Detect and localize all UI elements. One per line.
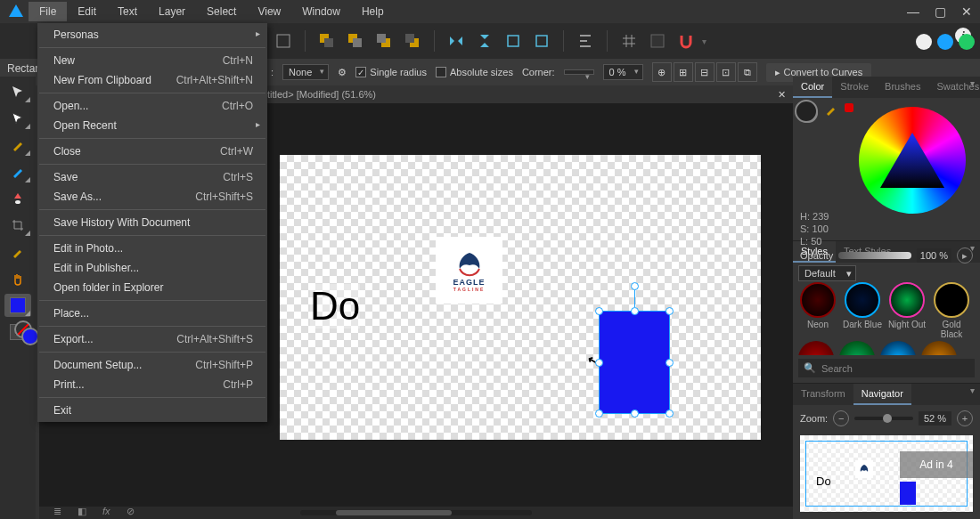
file-menu-item[interactable]: Personas [37,25,267,45]
file-menu-item[interactable]: New From ClipboardCtrl+Alt+Shift+N [37,70,267,90]
resize-handle[interactable] [666,307,674,315]
snap-opts-icon[interactable] [645,28,670,53]
menu-view[interactable]: View [247,2,291,21]
file-menu-item[interactable]: Place... [37,304,267,323]
file-menu-item[interactable]: Edit in Photo... [37,239,267,258]
file-menu-item[interactable]: Open Recent [37,116,267,135]
menu-help[interactable]: Help [351,2,395,21]
chain-icon[interactable]: ⊘ [127,506,135,517]
align-icon[interactable] [573,28,598,53]
snapshot-icon[interactable]: ◧ [78,506,86,517]
hand-tool[interactable] [4,267,31,290]
color-swatch-pair[interactable] [14,320,32,338]
menu-text[interactable]: Text [107,2,148,21]
menu-select[interactable]: Select [196,2,247,21]
file-menu-item[interactable]: Exit [37,401,267,420]
navigator-preview[interactable]: Do Ad in 4 [800,435,973,512]
node-tool[interactable] [4,107,31,130]
resize-handle[interactable] [595,307,603,315]
snap-magnet-icon[interactable] [674,28,698,53]
fill-tool[interactable] [4,187,31,210]
resize-handle[interactable] [595,410,603,418]
zoom-slider[interactable] [854,417,913,420]
rectangle-tool[interactable] [4,294,31,317]
tab-navigator[interactable]: Navigator [853,384,911,405]
resize-handle[interactable] [666,410,674,418]
grid-icon[interactable] [617,28,641,53]
resize-handle[interactable] [666,359,674,367]
eyedropper-icon[interactable] [825,103,837,116]
fill-dropdown[interactable]: None [282,64,329,80]
zoom-in-button[interactable]: + [957,410,973,426]
align-btn-5[interactable]: ⧉ [738,62,757,82]
flip-h-icon[interactable] [444,28,469,53]
move-tool[interactable] [4,80,31,103]
align-btn-2[interactable]: ⊞ [674,62,693,82]
maximize-button[interactable]: ▢ [927,0,953,23]
close-button[interactable]: ✕ [953,0,980,23]
artboard-icon[interactable] [271,28,296,53]
file-menu-item[interactable]: CloseCtrl+W [37,142,267,161]
rotate-cw-icon[interactable] [529,28,554,53]
menu-layer[interactable]: Layer [148,2,196,21]
align-btn-4[interactable]: ⊡ [716,62,736,82]
persona-pixel[interactable] [937,34,953,50]
corner-pct-dropdown[interactable]: 0 % [603,64,643,80]
single-radius-checkbox[interactable]: ✓Single radius [355,67,427,77]
style-goldblack[interactable]: Gold Black [932,282,971,339]
tab-close-icon[interactable]: ✕ [778,89,786,101]
gear-icon[interactable]: ⚙ [338,67,347,78]
resize-handle[interactable] [631,410,639,418]
absolute-sizes-checkbox[interactable]: Absolute sizes [436,67,513,77]
tab-brushes[interactable]: Brushes [877,77,928,98]
eyedropper-tool[interactable] [4,240,31,264]
file-menu-item[interactable]: NewCtrl+N [37,51,267,70]
persona-export[interactable] [959,34,975,50]
persona-designer[interactable] [916,34,932,50]
opacity-slider[interactable] [838,252,911,259]
menu-window[interactable]: Window [291,2,351,21]
zoom-value[interactable]: 52 % [919,411,951,426]
fx-icon[interactable]: fx [102,506,110,517]
tab-stroke[interactable]: Stroke [832,77,877,98]
resize-handle[interactable] [631,307,639,315]
style-darkblue[interactable]: Dark Blue [843,282,882,339]
artboard[interactable]: Do EAGLE TAGLINE ↖ [280,155,761,440]
style-nightout[interactable]: Night Out [887,282,927,339]
zoom-out-button[interactable]: − [833,410,849,426]
layers-icon[interactable]: ≣ [53,506,61,517]
tab-color[interactable]: Color [793,77,832,98]
opacity-value[interactable]: 100 % [917,248,951,263]
file-menu-item[interactable]: Document Setup...Ctrl+Shift+P [37,355,267,375]
canvas-text[interactable]: Do [310,284,360,328]
arrange-backward-icon[interactable] [343,28,368,53]
styles-preset-dropdown[interactable]: Default▾ [798,265,856,281]
menu-file[interactable]: File [29,2,67,21]
file-menu-item[interactable]: Open...Ctrl+O [37,96,267,116]
crop-tool[interactable] [4,214,31,237]
flip-v-icon[interactable] [472,28,497,53]
rotate-ccw-icon[interactable] [501,28,526,53]
file-menu-item[interactable]: Save As...Ctrl+Shift+S [37,187,267,207]
file-menu-item[interactable]: Export...Ctrl+Alt+Shift+S [37,329,267,349]
styles-search[interactable]: 🔍 Search [798,359,975,377]
panel-collapse-icon[interactable]: ▾ [966,241,978,254]
file-menu-item[interactable]: Print...Ctrl+P [37,375,267,394]
color-wheel[interactable] [859,107,966,214]
recent-color[interactable] [845,103,853,112]
file-menu-item[interactable]: Edit in Publisher... [37,258,267,278]
arrange-front-icon[interactable] [400,28,425,53]
file-menu-item[interactable]: SaveCtrl+S [37,167,267,187]
menu-edit[interactable]: Edit [67,2,107,21]
align-btn-1[interactable]: ⊕ [652,62,672,82]
file-menu-item[interactable]: Open folder in Explorer [37,278,267,297]
selected-rectangle[interactable] [599,311,670,414]
tab-transform[interactable]: Transform [793,384,853,405]
pencil-tool[interactable] [4,160,31,183]
rotate-handle[interactable] [631,282,639,290]
fg-bg-swatch[interactable] [798,103,818,123]
align-btn-3[interactable]: ⊟ [695,62,715,82]
corner-type-dropdown[interactable] [564,69,594,75]
panel-collapse-icon[interactable]: ▾ [966,77,978,89]
h-scrollbar[interactable] [300,510,532,515]
